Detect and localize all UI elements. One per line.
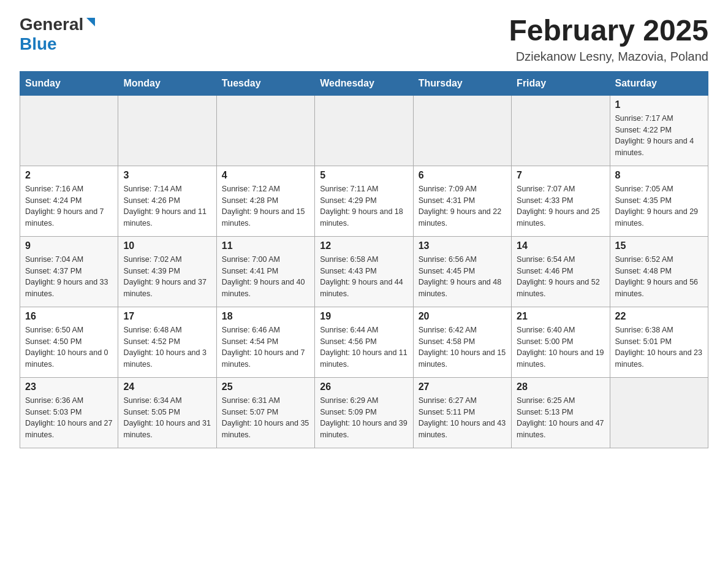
calendar-cell: 10Sunrise: 7:02 AM Sunset: 4:39 PM Dayli… — [118, 236, 216, 307]
day-number: 21 — [517, 311, 604, 322]
day-number: 22 — [615, 311, 703, 322]
day-info: Sunrise: 7:07 AM Sunset: 4:33 PM Dayligh… — [517, 183, 604, 229]
calendar-cell: 19Sunrise: 6:44 AM Sunset: 4:56 PM Dayli… — [315, 307, 413, 377]
day-info: Sunrise: 6:54 AM Sunset: 4:46 PM Dayligh… — [517, 254, 604, 300]
calendar-cell — [20, 95, 118, 166]
calendar-cell: 12Sunrise: 6:58 AM Sunset: 4:43 PM Dayli… — [315, 236, 413, 307]
day-info: Sunrise: 7:04 AM Sunset: 4:37 PM Dayligh… — [25, 254, 113, 300]
calendar-cell: 1Sunrise: 7:17 AM Sunset: 4:22 PM Daylig… — [610, 95, 708, 166]
day-number: 10 — [123, 240, 211, 251]
week-row-5: 23Sunrise: 6:36 AM Sunset: 5:03 PM Dayli… — [20, 377, 708, 448]
day-number: 8 — [615, 170, 703, 181]
title-block: February 2025 Dziekanow Lesny, Mazovia, … — [509, 15, 708, 64]
day-info: Sunrise: 6:48 AM Sunset: 4:52 PM Dayligh… — [123, 324, 211, 370]
calendar-title: February 2025 — [509, 15, 708, 47]
day-number: 16 — [25, 311, 113, 322]
calendar-cell: 9Sunrise: 7:04 AM Sunset: 4:37 PM Daylig… — [20, 236, 118, 307]
calendar-cell: 4Sunrise: 7:12 AM Sunset: 4:28 PM Daylig… — [216, 166, 314, 236]
calendar-cell: 26Sunrise: 6:29 AM Sunset: 5:09 PM Dayli… — [315, 377, 413, 448]
day-info: Sunrise: 6:25 AM Sunset: 5:13 PM Dayligh… — [517, 395, 604, 441]
day-number: 19 — [320, 311, 408, 322]
calendar-cell: 3Sunrise: 7:14 AM Sunset: 4:26 PM Daylig… — [118, 166, 216, 236]
calendar-cell — [216, 95, 314, 166]
calendar-cell: 17Sunrise: 6:48 AM Sunset: 4:52 PM Dayli… — [118, 307, 216, 377]
week-row-2: 2Sunrise: 7:16 AM Sunset: 4:24 PM Daylig… — [20, 166, 708, 236]
day-info: Sunrise: 6:40 AM Sunset: 5:00 PM Dayligh… — [517, 324, 604, 370]
calendar-cell: 25Sunrise: 6:31 AM Sunset: 5:07 PM Dayli… — [216, 377, 314, 448]
day-number: 18 — [222, 311, 309, 322]
location-subtitle: Dziekanow Lesny, Mazovia, Poland — [509, 50, 708, 64]
calendar-cell: 16Sunrise: 6:50 AM Sunset: 4:50 PM Dayli… — [20, 307, 118, 377]
logo-blue-text: Blue — [20, 34, 57, 53]
calendar-cell — [512, 95, 610, 166]
day-number: 15 — [615, 240, 703, 251]
weekday-header-friday: Friday — [512, 71, 610, 95]
day-number: 20 — [419, 311, 506, 322]
weekday-header-row: SundayMondayTuesdayWednesdayThursdayFrid… — [20, 71, 708, 95]
calendar-cell — [610, 377, 708, 448]
day-info: Sunrise: 6:50 AM Sunset: 4:50 PM Dayligh… — [25, 324, 113, 370]
calendar-cell: 22Sunrise: 6:38 AM Sunset: 5:01 PM Dayli… — [610, 307, 708, 377]
day-info: Sunrise: 6:27 AM Sunset: 5:11 PM Dayligh… — [419, 395, 506, 441]
day-info: Sunrise: 6:46 AM Sunset: 4:54 PM Dayligh… — [222, 324, 309, 370]
weekday-header-wednesday: Wednesday — [315, 71, 413, 95]
day-info: Sunrise: 7:12 AM Sunset: 4:28 PM Dayligh… — [222, 183, 309, 229]
calendar-cell: 11Sunrise: 7:00 AM Sunset: 4:41 PM Dayli… — [216, 236, 314, 307]
day-info: Sunrise: 6:29 AM Sunset: 5:09 PM Dayligh… — [320, 395, 408, 441]
day-number: 9 — [25, 240, 113, 251]
calendar-cell: 8Sunrise: 7:05 AM Sunset: 4:35 PM Daylig… — [610, 166, 708, 236]
day-number: 26 — [320, 381, 408, 393]
page-header: General Blue February 2025 Dziekanow Les… — [20, 15, 708, 64]
day-number: 25 — [222, 381, 309, 393]
calendar-cell: 24Sunrise: 6:34 AM Sunset: 5:05 PM Dayli… — [118, 377, 216, 448]
day-info: Sunrise: 6:34 AM Sunset: 5:05 PM Dayligh… — [123, 395, 211, 441]
weekday-header-saturday: Saturday — [610, 71, 708, 95]
calendar-cell: 5Sunrise: 7:11 AM Sunset: 4:29 PM Daylig… — [315, 166, 413, 236]
day-number: 17 — [123, 311, 211, 322]
day-info: Sunrise: 6:38 AM Sunset: 5:01 PM Dayligh… — [615, 324, 703, 370]
week-row-3: 9Sunrise: 7:04 AM Sunset: 4:37 PM Daylig… — [20, 236, 708, 307]
day-number: 3 — [123, 170, 211, 181]
day-info: Sunrise: 6:52 AM Sunset: 4:48 PM Dayligh… — [615, 254, 703, 300]
day-info: Sunrise: 7:17 AM Sunset: 4:22 PM Dayligh… — [615, 113, 703, 159]
calendar-cell: 6Sunrise: 7:09 AM Sunset: 4:31 PM Daylig… — [413, 166, 511, 236]
day-number: 23 — [25, 381, 113, 393]
logo: General Blue — [20, 15, 97, 54]
week-row-1: 1Sunrise: 7:17 AM Sunset: 4:22 PM Daylig… — [20, 95, 708, 166]
logo-general-text: General — [20, 15, 83, 34]
day-info: Sunrise: 6:58 AM Sunset: 4:43 PM Dayligh… — [320, 254, 408, 300]
day-number: 28 — [517, 381, 604, 393]
calendar-table: SundayMondayTuesdayWednesdayThursdayFrid… — [20, 71, 708, 448]
day-number: 5 — [320, 170, 408, 181]
day-info: Sunrise: 7:02 AM Sunset: 4:39 PM Dayligh… — [123, 254, 211, 300]
day-number: 2 — [25, 170, 113, 181]
day-number: 24 — [123, 381, 211, 393]
calendar-cell: 28Sunrise: 6:25 AM Sunset: 5:13 PM Dayli… — [512, 377, 610, 448]
logo-arrow-icon — [84, 15, 97, 29]
svg-marker-0 — [86, 18, 95, 26]
day-info: Sunrise: 6:44 AM Sunset: 4:56 PM Dayligh… — [320, 324, 408, 370]
calendar-cell: 15Sunrise: 6:52 AM Sunset: 4:48 PM Dayli… — [610, 236, 708, 307]
day-info: Sunrise: 7:16 AM Sunset: 4:24 PM Dayligh… — [25, 183, 113, 229]
calendar-cell: 23Sunrise: 6:36 AM Sunset: 5:03 PM Dayli… — [20, 377, 118, 448]
day-info: Sunrise: 7:09 AM Sunset: 4:31 PM Dayligh… — [419, 183, 506, 229]
day-info: Sunrise: 6:36 AM Sunset: 5:03 PM Dayligh… — [25, 395, 113, 441]
day-number: 27 — [419, 381, 506, 393]
calendar-cell: 21Sunrise: 6:40 AM Sunset: 5:00 PM Dayli… — [512, 307, 610, 377]
week-row-4: 16Sunrise: 6:50 AM Sunset: 4:50 PM Dayli… — [20, 307, 708, 377]
day-number: 7 — [517, 170, 604, 181]
day-info: Sunrise: 7:11 AM Sunset: 4:29 PM Dayligh… — [320, 183, 408, 229]
day-number: 1 — [615, 99, 703, 110]
day-number: 12 — [320, 240, 408, 251]
calendar-cell: 18Sunrise: 6:46 AM Sunset: 4:54 PM Dayli… — [216, 307, 314, 377]
calendar-cell: 13Sunrise: 6:56 AM Sunset: 4:45 PM Dayli… — [413, 236, 511, 307]
day-number: 14 — [517, 240, 604, 251]
day-info: Sunrise: 7:00 AM Sunset: 4:41 PM Dayligh… — [222, 254, 309, 300]
calendar-cell: 14Sunrise: 6:54 AM Sunset: 4:46 PM Dayli… — [512, 236, 610, 307]
day-number: 11 — [222, 240, 309, 251]
weekday-header-thursday: Thursday — [413, 71, 511, 95]
calendar-cell — [315, 95, 413, 166]
day-number: 4 — [222, 170, 309, 181]
day-number: 13 — [419, 240, 506, 251]
calendar-cell: 2Sunrise: 7:16 AM Sunset: 4:24 PM Daylig… — [20, 166, 118, 236]
